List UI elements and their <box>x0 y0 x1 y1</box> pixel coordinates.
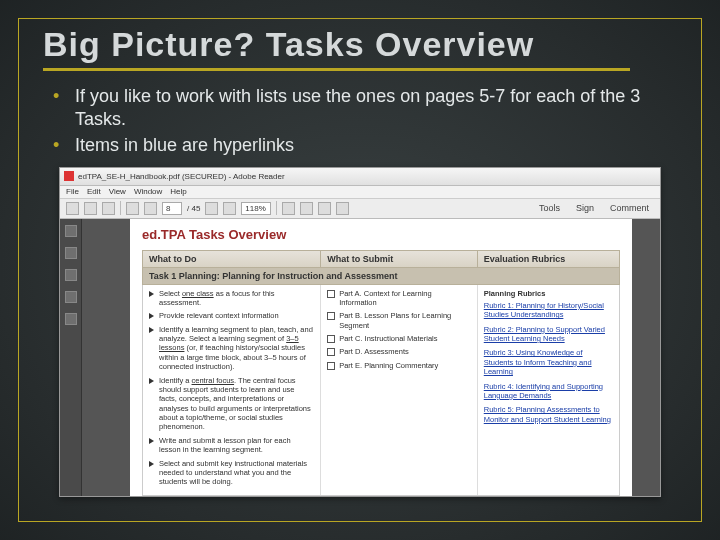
tab-sign[interactable]: Sign <box>571 202 599 214</box>
bullet-list: If you like to work with lists use the o… <box>53 85 671 157</box>
rubrics-col: Planning Rubrics Rubric 1: Planning for … <box>478 285 619 495</box>
tab-tools[interactable]: Tools <box>534 202 565 214</box>
rubrics-heading: Planning Rubrics <box>484 289 613 298</box>
email-icon[interactable] <box>102 202 115 215</box>
bookmarks-icon[interactable] <box>65 247 77 259</box>
slide-frame: Big Picture? Tasks Overview If you like … <box>18 18 702 522</box>
window-titlebar: edTPA_SE-H_Handbook.pdf (SECURED) - Adob… <box>60 168 660 186</box>
list-item: Provide relevant context information <box>149 311 314 320</box>
list-item: Identify a central focus. The central fo… <box>149 376 314 432</box>
task-heading-bar: Task 1 Planning: Planning for Instructio… <box>142 268 620 285</box>
what-to-submit-col: Part A. Context for Learning Information… <box>321 285 478 495</box>
pdf-body: ed.TPA Tasks Overview What to Do What to… <box>60 219 660 496</box>
bullet-item: If you like to work with lists use the o… <box>53 85 671 130</box>
menu-file[interactable]: File <box>66 187 79 196</box>
tool-icon[interactable] <box>336 202 349 215</box>
table-header-row: What to Do What to Submit Evaluation Rub… <box>142 250 620 268</box>
rubric-link[interactable]: Rubric 4: Identifying and Supporting Lan… <box>484 382 613 401</box>
list-item: Select one class as a focus for this ass… <box>149 289 314 308</box>
print-icon[interactable] <box>84 202 97 215</box>
pdf-page: ed.TPA Tasks Overview What to Do What to… <box>130 219 632 496</box>
signatures-icon[interactable] <box>65 291 77 303</box>
side-panel-tabs: Tools Sign Comment <box>534 202 654 214</box>
checklist-item: Part D. Assessments <box>327 347 471 356</box>
sidebar-nav <box>60 219 82 496</box>
menu-help[interactable]: Help <box>170 187 186 196</box>
save-icon[interactable] <box>66 202 79 215</box>
col-header: Evaluation Rubrics <box>478 251 619 267</box>
thumbnails-icon[interactable] <box>65 225 77 237</box>
zoom-out-icon[interactable] <box>205 202 218 215</box>
separator <box>120 201 121 215</box>
rubric-link[interactable]: Rubric 3: Using Knowledge of Students to… <box>484 348 613 376</box>
page-gutter-left <box>82 219 130 496</box>
bullet-item: Items in blue are hyperlinks <box>53 134 671 157</box>
tool-icon[interactable] <box>300 202 313 215</box>
attachments-icon[interactable] <box>65 269 77 281</box>
list-item: Identify a learning segment to plan, tea… <box>149 325 314 372</box>
slide-title: Big Picture? Tasks Overview <box>43 25 677 64</box>
separator <box>276 201 277 215</box>
page-total: / 45 <box>187 204 200 213</box>
document-heading: ed.TPA Tasks Overview <box>142 227 620 242</box>
page-number-field[interactable]: 8 <box>162 202 182 215</box>
zoom-in-icon[interactable] <box>223 202 236 215</box>
zoom-field[interactable]: 118% <box>241 202 271 215</box>
rubric-link[interactable]: Rubric 5: Planning Assessments to Monito… <box>484 405 613 424</box>
page-up-icon[interactable] <box>126 202 139 215</box>
tool-icon[interactable] <box>282 202 295 215</box>
embedded-pdf-screenshot: edTPA_SE-H_Handbook.pdf (SECURED) - Adob… <box>59 167 661 497</box>
what-to-do-col: Select one class as a focus for this ass… <box>143 285 321 495</box>
list-item: Write and submit a lesson plan for each … <box>149 436 314 455</box>
rubric-link[interactable]: Rubric 1: Planning for History/Social St… <box>484 301 613 320</box>
title-underline <box>43 68 630 71</box>
checklist-item: Part C. Instructional Materials <box>327 334 471 343</box>
adobe-reader-icon <box>64 171 74 181</box>
menu-view[interactable]: View <box>109 187 126 196</box>
col-header: What to Submit <box>321 251 478 267</box>
checklist-item: Part E. Planning Commentary <box>327 361 471 370</box>
page-gutter-right <box>632 219 660 496</box>
list-item: Select and submit key instructional mate… <box>149 459 314 487</box>
menu-edit[interactable]: Edit <box>87 187 101 196</box>
toolbar: 8 / 45 118% Tools Sign Comment <box>60 199 660 219</box>
tab-comment[interactable]: Comment <box>605 202 654 214</box>
window-title: edTPA_SE-H_Handbook.pdf (SECURED) - Adob… <box>78 172 285 181</box>
menubar: File Edit View Window Help <box>60 186 660 199</box>
col-header: What to Do <box>143 251 321 267</box>
checklist-item: Part B. Lesson Plans for Learning Segmen… <box>327 311 471 330</box>
rubric-link[interactable]: Rubric 2: Planning to Support Varied Stu… <box>484 325 613 344</box>
layers-icon[interactable] <box>65 313 77 325</box>
menu-window[interactable]: Window <box>134 187 162 196</box>
checklist-item: Part A. Context for Learning Information <box>327 289 471 308</box>
table-body: Select one class as a focus for this ass… <box>142 285 620 496</box>
page-down-icon[interactable] <box>144 202 157 215</box>
tool-icon[interactable] <box>318 202 331 215</box>
